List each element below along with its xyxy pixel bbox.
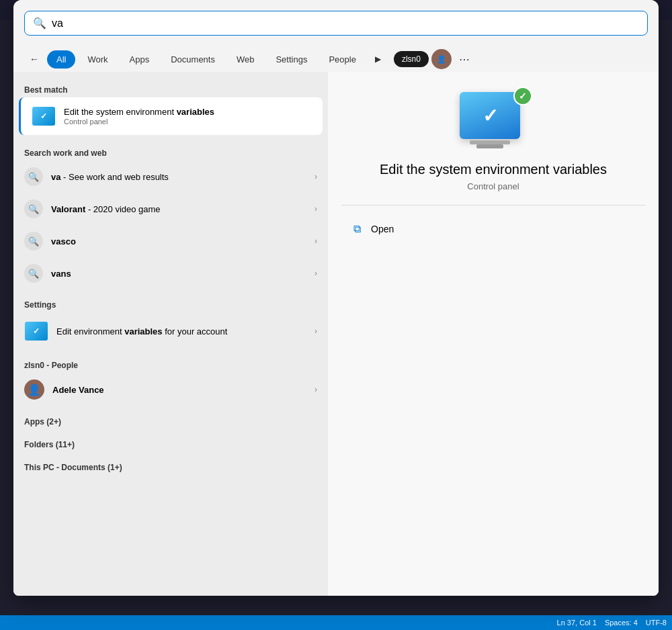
search-body: Best match Edit the system environment v… [13, 72, 659, 596]
chevron-icon-3: › [314, 236, 317, 246]
chevron-icon-6: › [314, 385, 317, 394]
search-loop-icon-4: 🔍 [24, 264, 43, 283]
settings-section-label: Settings [13, 295, 328, 312]
monitor-icon [32, 107, 55, 126]
open-label: Open [371, 224, 394, 234]
status-spaces: Spaces: 4 [605, 619, 638, 627]
user-badge[interactable]: zlsn0 [394, 51, 429, 67]
left-panel: Best match Edit the system environment v… [13, 72, 328, 596]
chevron-icon-5: › [314, 326, 317, 336]
app-icon-large: ✓ ✓ [460, 92, 527, 146]
best-match-text: Edit the system environment variables Co… [64, 107, 312, 126]
settings-env-vars-item[interactable]: Edit environment variables for your acco… [13, 312, 328, 350]
tab-all[interactable]: All [47, 50, 75, 69]
best-match-title: Edit the system environment variables [64, 107, 312, 117]
adele-avatar-icon: 👤 [28, 384, 41, 396]
status-position: Ln 37, Col 1 [557, 619, 597, 627]
open-action-btn[interactable]: ⧉ Open [341, 216, 645, 242]
chevron-icon-2: › [314, 204, 317, 214]
best-match-subtitle: Control panel [64, 118, 312, 126]
folders-section-label: Folders (11+) [13, 435, 328, 452]
tab-web[interactable]: Web [227, 50, 264, 69]
suggestion-text-3: vasco [51, 236, 306, 246]
right-panel: ✓ ✓ Edit the system environment variable… [328, 72, 659, 596]
check-badge: ✓ [513, 87, 532, 105]
tab-people[interactable]: People [319, 50, 365, 69]
search-input-wrap[interactable]: 🔍 [24, 11, 648, 36]
people-section-label: zlsn0 - People [13, 355, 328, 373]
suggestion-text-2: Valorant - 2020 video game [51, 204, 306, 214]
search-header: 🔍 [13, 0, 659, 44]
chevron-icon-1: › [314, 172, 317, 181]
filter-tabs: ← All Work Apps Documents Web Settings P… [13, 44, 659, 72]
tab-apps[interactable]: Apps [120, 50, 159, 69]
search-suggestion-vasco[interactable]: 🔍 vasco › [13, 225, 328, 257]
search-input[interactable] [52, 17, 639, 30]
search-suggestion-valorant[interactable]: 🔍 Valorant - 2020 video game › [13, 193, 328, 225]
search-icon: 🔍 [33, 17, 46, 30]
search-work-web-label: Search work and web [13, 143, 328, 161]
status-encoding: UTF-8 [646, 619, 667, 627]
status-bar: Ln 37, Col 1 Spaces: 4 UTF-8 [0, 615, 672, 630]
search-loop-icon-2: 🔍 [24, 199, 43, 218]
tab-settings[interactable]: Settings [266, 50, 317, 69]
chevron-icon-4: › [314, 269, 317, 278]
settings-item-text: Edit environment variables for your acco… [56, 326, 306, 336]
search-loop-icon-1: 🔍 [24, 167, 43, 186]
suggestion-text-1: va - See work and web results [51, 172, 306, 182]
more-button[interactable]: ⋯ [454, 49, 474, 69]
settings-icon-wrap [24, 319, 48, 343]
search-loop-icon-3: 🔍 [24, 232, 43, 251]
play-button[interactable]: ▶ [368, 49, 388, 69]
right-panel-title: Edit the system environment variables [380, 162, 607, 177]
people-adele-vance[interactable]: 👤 Adele Vance › [13, 373, 328, 406]
search-panel: 🔍 ← All Work Apps Documents Web Settings… [13, 0, 659, 596]
apps-section-label: Apps (2+) [13, 412, 328, 429]
suggestion-text-4: vans [51, 269, 306, 279]
best-match-label: Best match [13, 80, 328, 97]
thispc-section-label: This PC - Documents (1+) [13, 457, 328, 475]
tab-work[interactable]: Work [78, 50, 117, 69]
monitor-large-icon: ✓ [460, 92, 520, 139]
back-button[interactable]: ← [24, 49, 44, 69]
adele-name: Adele Vance [52, 385, 306, 395]
separator-line [341, 205, 645, 206]
adele-avatar: 👤 [24, 379, 44, 400]
best-match-item[interactable]: Edit the system environment variables Co… [19, 97, 323, 135]
right-panel-subtitle: Control panel [467, 181, 519, 191]
avatar-initial: 👤 [437, 55, 446, 64]
tab-documents[interactable]: Documents [161, 50, 224, 69]
best-match-icon-wrap [32, 104, 56, 128]
avatar[interactable]: 👤 [431, 49, 452, 69]
search-suggestion-va[interactable]: 🔍 va - See work and web results › [13, 161, 328, 193]
search-suggestion-vans[interactable]: 🔍 vans › [13, 257, 328, 289]
settings-monitor-icon [25, 322, 48, 341]
open-icon: ⧉ [349, 222, 364, 236]
